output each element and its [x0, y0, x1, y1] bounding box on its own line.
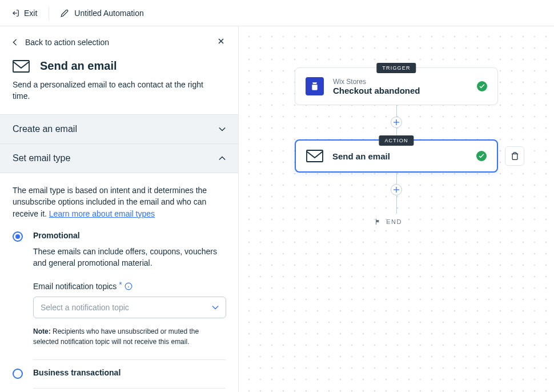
back-label: Back to action selection [25, 38, 109, 47]
action-title: Send an email [40, 59, 117, 73]
exit-label: Exit [24, 9, 37, 18]
radio-transactional[interactable] [13, 369, 23, 379]
check-icon [476, 151, 487, 161]
info-icon[interactable] [125, 282, 133, 290]
chevron-down-icon [219, 127, 226, 131]
exit-icon [11, 9, 19, 17]
store-icon [306, 77, 324, 95]
radio-critical-row: Business critical [13, 389, 226, 392]
radio-transactional-label: Business transactional [33, 368, 121, 377]
learn-more-link[interactable]: Learn more about email types [49, 209, 155, 218]
automation-title[interactable]: Untitled Automation [61, 9, 143, 18]
select-placeholder: Select a notification topic [41, 303, 129, 312]
svg-rect-3 [13, 61, 29, 72]
section-create-email[interactable]: Create an email [0, 115, 238, 143]
trigger-pill: TRIGGER [376, 63, 416, 73]
connector [396, 105, 397, 117]
radio-promotional-label: Promotional [33, 231, 226, 240]
notification-topic-select[interactable]: Select a notification topic [33, 297, 226, 318]
plus-icon [394, 119, 399, 125]
delete-node-button[interactable] [505, 146, 524, 166]
check-icon [477, 81, 487, 91]
trash-icon [511, 151, 519, 161]
config-panel: Back to action selection Send an email S… [0, 26, 239, 392]
connector [396, 173, 397, 184]
add-step-button[interactable] [391, 184, 402, 195]
action-node[interactable]: ACTION Send an email [295, 139, 498, 173]
type-intro-text: The email type is based on intent and it… [13, 185, 226, 219]
close-button[interactable] [216, 37, 226, 48]
exit-button[interactable]: Exit [11, 9, 37, 18]
automation-canvas[interactable]: TRIGGER Wix Stores Checkout abandoned [239, 26, 554, 392]
action-node-title: Send an email [332, 151, 390, 161]
chevron-down-icon [212, 305, 219, 310]
add-step-button[interactable] [391, 117, 402, 128]
divider [49, 6, 49, 20]
close-icon [216, 37, 226, 46]
chevron-left-icon [13, 39, 17, 46]
flag-icon [375, 218, 382, 225]
mail-icon [13, 60, 30, 73]
radio-promotional-row: Promotional These emails can include off… [13, 231, 226, 347]
notification-topic-label: Email notification topics [33, 282, 117, 291]
plus-icon [394, 187, 399, 193]
radio-transactional-row: Business transactional [13, 360, 226, 379]
trigger-subtitle: Wix Stores [333, 78, 420, 86]
required-indicator: * [119, 280, 122, 289]
trigger-node[interactable]: TRIGGER Wix Stores Checkout abandoned [295, 67, 498, 105]
back-button[interactable]: Back to action selection [13, 38, 109, 47]
end-marker: END [375, 218, 402, 225]
section-email-type[interactable]: Set email type [0, 143, 238, 173]
section-type-title: Set email type [13, 153, 70, 163]
pencil-icon [61, 9, 69, 17]
svg-rect-9 [307, 150, 323, 162]
action-description: Send a personalized email to each contac… [13, 79, 207, 102]
topbar: Exit Untitled Automation [0, 0, 554, 26]
radio-promotional-desc: These emails can include offers, coupons… [33, 246, 226, 269]
action-pill: ACTION [379, 135, 414, 146]
trigger-title: Checkout abandoned [333, 86, 420, 95]
automation-title-text: Untitled Automation [74, 9, 143, 18]
end-label: END [386, 218, 402, 225]
connector [396, 195, 397, 214]
section-create-title: Create an email [13, 124, 77, 134]
mail-icon [306, 150, 323, 162]
chevron-up-icon [219, 156, 226, 161]
note-text: Note: Recipients who have unsubscribed o… [33, 326, 226, 347]
radio-promotional[interactable] [13, 231, 23, 242]
